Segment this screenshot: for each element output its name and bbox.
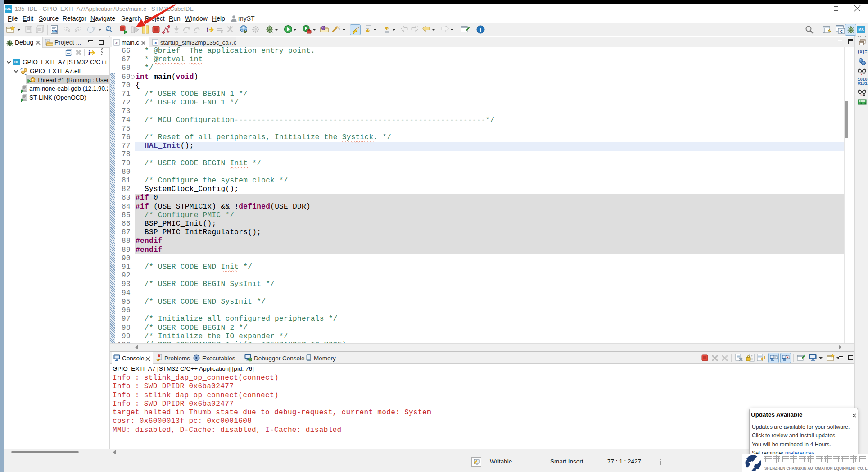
svg-text:!: ! [158, 359, 158, 361]
svg-text:C: C [840, 29, 843, 34]
svg-text:i: i [88, 49, 90, 56]
svg-text:i: i [480, 27, 482, 33]
